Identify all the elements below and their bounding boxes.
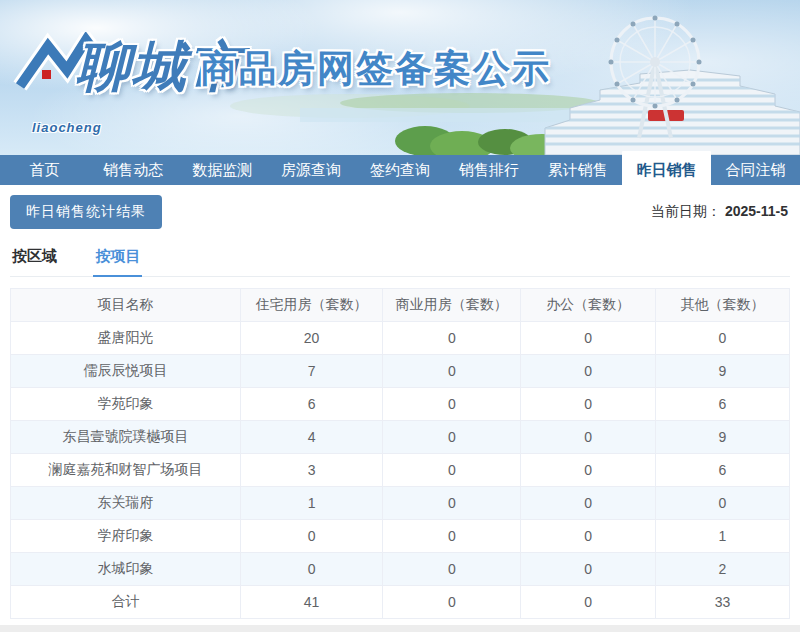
office-cell: 0 [521,454,656,487]
office-cell: 0 [521,487,656,520]
project-name-cell: 儒辰辰悦项目 [11,355,241,388]
current-date-value: 2025-11-5 [725,203,788,219]
other-total-cell: 33 [655,586,789,619]
nav-item-contract-cancellation[interactable]: 合同注销 [711,155,800,185]
residential-cell: 0 [240,520,383,553]
table-row: 儒辰辰悦项目 7 0 0 9 [11,355,790,388]
building-illustration [540,70,800,155]
yesterday-sales-result-button[interactable]: 昨日销售统计结果 [10,195,162,229]
logo-script-text: liaocheng [32,120,102,135]
commercial-cell: 0 [383,553,521,586]
commercial-cell: 0 [383,421,521,454]
site-title: 商品房网签备案公示 [200,48,551,90]
tab-by-project[interactable]: 按项目 [93,243,142,277]
other-cell: 0 [655,487,789,520]
office-total-cell: 0 [521,586,656,619]
commercial-cell: 0 [383,355,521,388]
commercial-total-cell: 0 [383,586,521,619]
project-name-cell: 澜庭嘉苑和财智广场项目 [11,454,241,487]
residential-cell: 6 [240,388,383,421]
nav-item-data-monitor[interactable]: 数据监测 [178,155,267,185]
current-date-label: 当前日期： [651,203,721,219]
other-cell: 9 [655,421,789,454]
column-header-commercial: 商业用房（套数） [383,289,521,322]
residential-cell: 4 [240,421,383,454]
residential-cell: 0 [240,553,383,586]
table-total-row: 合计 41 0 0 33 [11,586,790,619]
project-name-cell: 盛唐阳光 [11,322,241,355]
table-header-row: 项目名称 住宅用房（套数） 商业用房（套数） 办公（套数） 其他（套数） [11,289,790,322]
other-cell: 2 [655,553,789,586]
nav-item-sales-ranking[interactable]: 销售排行 [444,155,533,185]
project-name-cell: 学府印象 [11,520,241,553]
other-cell: 9 [655,355,789,388]
table-row: 学苑印象 6 0 0 6 [11,388,790,421]
total-label-cell: 合计 [11,586,241,619]
residential-cell: 3 [240,454,383,487]
column-header-project-name: 项目名称 [11,289,241,322]
commercial-cell: 0 [383,520,521,553]
nav-item-contract-search[interactable]: 签约查询 [356,155,445,185]
commercial-cell: 0 [383,322,521,355]
main-content: 昨日销售统计结果 当前日期： 2025-11-5 按区域 按项目 项目名称 住宅… [0,195,800,619]
commercial-cell: 0 [383,487,521,520]
view-tabbar: 按区域 按项目 [10,243,790,277]
table-row: 东昌壹號院璞樾项目 4 0 0 9 [11,421,790,454]
column-header-residential: 住宅用房（套数） [240,289,383,322]
footer-divider [0,625,800,632]
page: liaocheng 聊城市 商品房网签备案公示 首页 销售动态 数据监测 房源查… [0,0,800,632]
office-cell: 0 [521,388,656,421]
project-name-cell: 东昌壹號院璞樾项目 [11,421,241,454]
column-header-office: 办公（套数） [521,289,656,322]
current-date: 当前日期： 2025-11-5 [651,203,790,221]
office-cell: 0 [521,322,656,355]
project-name-cell: 水城印象 [11,553,241,586]
other-cell: 6 [655,388,789,421]
residential-cell: 1 [240,487,383,520]
project-name-cell: 东关瑞府 [11,487,241,520]
other-cell: 0 [655,322,789,355]
commercial-cell: 0 [383,454,521,487]
residential-cell: 7 [240,355,383,388]
header-banner: liaocheng 聊城市 商品房网签备案公示 [0,0,800,155]
office-cell: 0 [521,553,656,586]
tab-by-region[interactable]: 按区域 [10,243,59,275]
nav-item-listing-search[interactable]: 房源查询 [267,155,356,185]
nav-item-cumulative-sales[interactable]: 累计销售 [533,155,622,185]
project-name-cell: 学苑印象 [11,388,241,421]
residential-total-cell: 41 [240,586,383,619]
table-row: 学府印象 0 0 0 1 [11,520,790,553]
nav-item-home[interactable]: 首页 [0,155,89,185]
office-cell: 0 [521,421,656,454]
table-row: 东关瑞府 1 0 0 0 [11,487,790,520]
table-row: 水城印象 0 0 0 2 [11,553,790,586]
nav-item-yesterday-sales[interactable]: 昨日销售 [622,151,711,189]
commercial-cell: 0 [383,388,521,421]
other-cell: 1 [655,520,789,553]
table-row: 澜庭嘉苑和财智广场项目 3 0 0 6 [11,454,790,487]
office-cell: 0 [521,355,656,388]
other-cell: 6 [655,454,789,487]
table-row: 盛唐阳光 20 0 0 0 [11,322,790,355]
column-header-other: 其他（套数） [655,289,789,322]
residential-cell: 20 [240,322,383,355]
main-nav: 首页 销售动态 数据监测 房源查询 签约查询 销售排行 累计销售 昨日销售 合同… [0,155,800,185]
office-cell: 0 [521,520,656,553]
logo-red-square [42,70,51,79]
toolbar: 昨日销售统计结果 当前日期： 2025-11-5 [10,195,790,229]
nav-item-sales-trends[interactable]: 销售动态 [89,155,178,185]
sales-table: 项目名称 住宅用房（套数） 商业用房（套数） 办公（套数） 其他（套数） 盛唐阳… [10,288,790,619]
